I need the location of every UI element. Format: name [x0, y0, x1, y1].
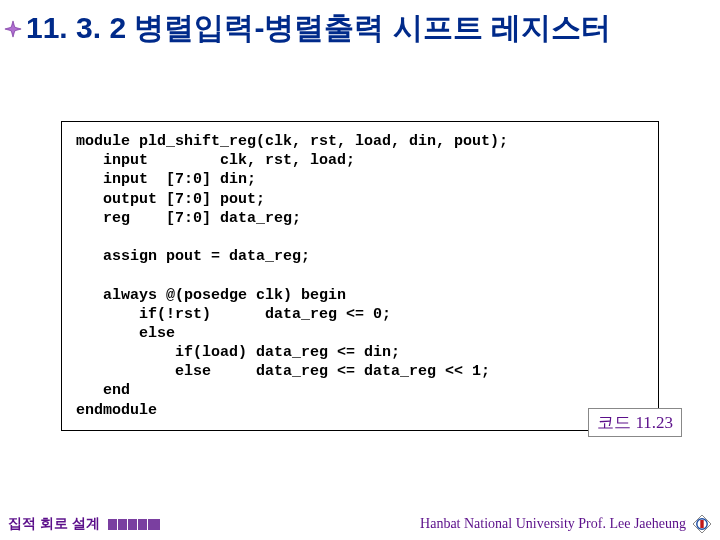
footer-left-text: 집적 회로 설계: [8, 515, 100, 533]
code-block: module pld_shift_reg(clk, rst, load, din…: [61, 121, 659, 431]
footer-credit-text: Hanbat National University Prof. Lee Jae…: [420, 516, 686, 532]
svg-rect-3: [700, 520, 703, 528]
code-line: if(load) data_reg <= din;: [76, 344, 400, 361]
sparkle-icon: [4, 20, 22, 38]
slide-heading: 11. 3. 2 병렬입력-병렬출력 시프트 레지스터: [0, 0, 720, 49]
code-line: input clk, rst, load;: [76, 152, 355, 169]
footer-left: 집적 회로 설계: [8, 515, 160, 533]
code-line: endmodule: [76, 402, 157, 419]
svg-marker-0: [5, 20, 21, 36]
code-line: assign pout = data_reg;: [76, 248, 310, 265]
university-logo-icon: [692, 514, 712, 534]
code-line: module pld_shift_reg(clk, rst, load, din…: [76, 133, 508, 150]
slide-footer: 집적 회로 설계 Hanbat National University Prof…: [0, 514, 720, 534]
code-line: else data_reg <= data_reg << 1;: [76, 363, 490, 380]
code-line: input [7:0] din;: [76, 171, 256, 188]
footer-right: Hanbat National University Prof. Lee Jae…: [420, 514, 712, 534]
code-line: end: [76, 382, 130, 399]
code-line: if(!rst) data_reg <= 0;: [76, 306, 391, 323]
heading-text: 11. 3. 2 병렬입력-병렬출력 시프트 레지스터: [26, 8, 611, 49]
footer-bar-icon: [108, 519, 160, 530]
code-line: always @(posedge clk) begin: [76, 287, 346, 304]
code-line: output [7:0] pout;: [76, 191, 265, 208]
code-line: else: [76, 325, 175, 342]
code-label: 코드 11.23: [588, 408, 682, 437]
code-line: reg [7:0] data_reg;: [76, 210, 301, 227]
